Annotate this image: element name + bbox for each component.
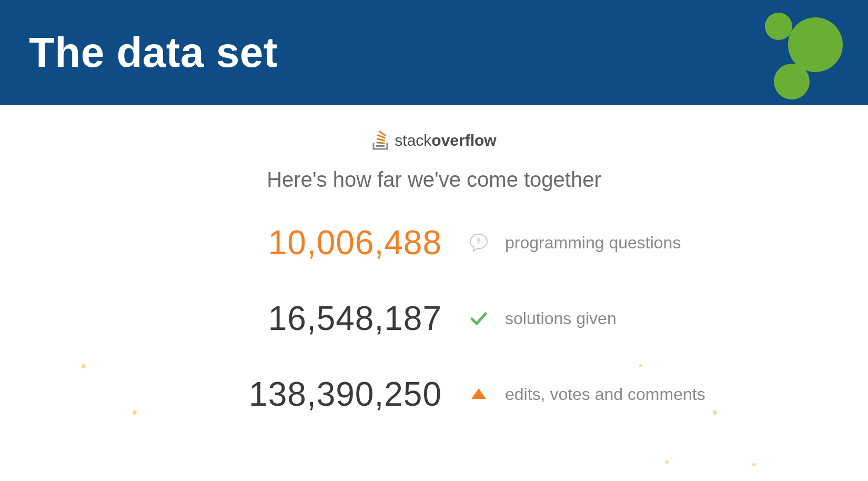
stat-label: solutions given — [497, 309, 723, 328]
stat-value: 16,548,187 — [145, 299, 460, 338]
svg-point-10 — [478, 239, 480, 241]
stat-row-edits: 138,390,250 edits, votes and comments — [145, 375, 723, 414]
speech-bubble-icon — [460, 232, 497, 253]
decorative-dot — [639, 364, 642, 367]
subtitle: Here's how far we've come together — [0, 168, 868, 192]
stat-value: 10,006,488 — [145, 223, 460, 262]
checkmark-icon — [460, 308, 497, 328]
decorative-dot — [752, 463, 755, 466]
stackoverflow-logo: stackoverflow — [371, 129, 496, 152]
stats-list: 10,006,488 programming questions 16,548,… — [0, 223, 868, 414]
svg-point-2 — [788, 17, 843, 72]
slide-header: The data set — [0, 0, 868, 105]
stat-row-questions: 10,006,488 programming questions — [145, 223, 723, 262]
slide-body: stackoverflow Here's how far we've come … — [0, 105, 868, 414]
stackoverflow-icon — [371, 129, 390, 152]
decorative-dot — [665, 460, 669, 464]
up-triangle-icon — [460, 386, 497, 402]
svg-rect-6 — [377, 142, 385, 144]
stat-value: 138,390,250 — [145, 375, 460, 414]
neo4j-logo-icon — [742, 5, 857, 107]
stat-label: programming questions — [497, 233, 723, 253]
svg-rect-5 — [376, 145, 385, 147]
decorative-dot — [133, 410, 137, 415]
decorative-dot — [713, 410, 717, 415]
stackoverflow-wordmark: stackoverflow — [395, 132, 496, 149]
svg-rect-7 — [377, 138, 385, 141]
svg-point-3 — [765, 13, 792, 40]
stat-label: edits, votes and comments — [497, 385, 723, 404]
svg-point-4 — [774, 64, 810, 99]
slide-title: The data set — [29, 28, 278, 77]
stat-row-solutions: 16,548,187 solutions given — [145, 299, 723, 338]
decorative-dot — [82, 364, 86, 368]
